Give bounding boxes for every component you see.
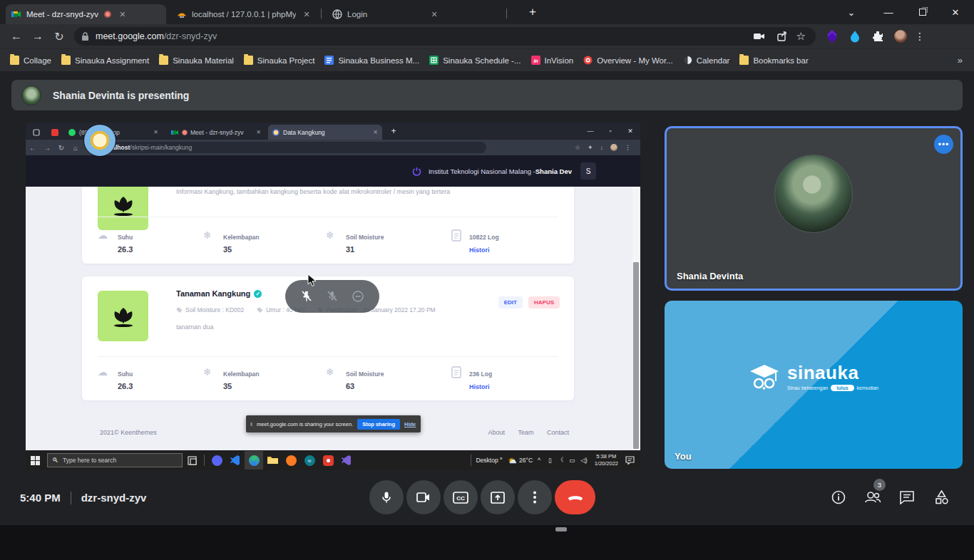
weather-temp[interactable]: 26°C — [519, 457, 533, 464]
dashboard-avatar-badge[interactable]: S — [580, 162, 596, 180]
tile-options-button[interactable]: ••• — [934, 135, 953, 154]
new-tab-button[interactable]: + — [521, 0, 545, 24]
power-icon[interactable] — [412, 167, 421, 176]
taskbar-discord-icon[interactable] — [207, 451, 226, 470]
forward-button[interactable]: → — [27, 30, 48, 43]
menu-kebab-icon[interactable]: ⋮ — [625, 144, 631, 151]
task-view-button[interactable] — [183, 451, 201, 470]
bookmark-bookmarks-bar-folder[interactable]: Bookmarks bar — [739, 56, 808, 65]
participant-tile-shania[interactable]: Shania Devinta ••• — [665, 126, 963, 291]
tab-login[interactable]: Login ✕ — [327, 4, 501, 24]
tab-close-icon[interactable]: ✕ — [429, 9, 440, 20]
start-button[interactable] — [26, 451, 44, 470]
page-scrollbar[interactable] — [632, 187, 640, 450]
remove-participant-icon[interactable] — [352, 290, 364, 303]
bookmark-collage[interactable]: Collage — [10, 56, 51, 65]
profile-avatar[interactable] — [610, 144, 617, 151]
footer-link-about[interactable]: About — [488, 429, 505, 436]
bookmark-sinauka-business[interactable]: Sinauka Business M... — [324, 56, 419, 65]
camera-allowed-icon[interactable] — [753, 30, 766, 43]
bookmark-sinauka-material[interactable]: Sinauka Material — [159, 56, 234, 65]
activities-button[interactable] — [924, 480, 958, 514]
taskbar-visual-studio-icon[interactable] — [337, 451, 356, 470]
shared-new-tab-button[interactable]: + — [386, 123, 401, 140]
share-icon[interactable] — [776, 30, 789, 43]
bookmark-overview[interactable]: Overview - My Wor... — [583, 56, 673, 65]
taskbar-red-app-icon[interactable] — [319, 451, 337, 470]
footer-link-contact[interactable]: Contact — [547, 429, 569, 436]
participants-button[interactable]: 3 — [856, 480, 890, 514]
histori-link[interactable]: Histori — [469, 247, 490, 254]
taskbar-clock[interactable]: 5:38 PM1/20/2022 — [595, 453, 618, 467]
extension-icon[interactable]: ✦ — [588, 144, 593, 151]
device-icon[interactable]: ▯ — [548, 457, 552, 464]
window-chevron-icon[interactable]: ⌄ — [836, 0, 867, 24]
scrollbar-thumb[interactable] — [633, 262, 639, 449]
bookmark-sinauka-schedule[interactable]: Sinauka Schedule -... — [429, 56, 521, 65]
stop-sharing-button[interactable]: Stop sharing — [357, 419, 400, 430]
present-screen-button[interactable] — [481, 480, 515, 514]
notification-center-icon[interactable] — [625, 456, 635, 465]
battery-icon[interactable]: ▭ — [569, 457, 575, 464]
taskbar-explorer-icon[interactable] — [263, 451, 282, 470]
reload-button[interactable]: ↻ — [54, 144, 68, 152]
window-minimize-button[interactable]: — — [873, 0, 904, 24]
taskbar-vscode-icon[interactable] — [226, 451, 245, 470]
shared-pinned-youtube-tab[interactable] — [47, 125, 61, 140]
tab-close-icon[interactable]: ✕ — [153, 129, 158, 135]
tab-close-icon[interactable]: ✕ — [302, 9, 312, 20]
bookmark-sinauka-assignment[interactable]: Sinauka Assignment — [61, 56, 149, 65]
desktop-chevron-icon[interactable]: » — [500, 456, 503, 461]
profile-avatar[interactable] — [894, 30, 907, 43]
shared-restore-button[interactable]: ▫ — [600, 123, 620, 140]
reload-button[interactable]: ↻ — [48, 30, 70, 43]
more-options-button[interactable] — [518, 480, 552, 514]
extension-drop-icon[interactable] — [849, 30, 861, 43]
end-call-button[interactable] — [555, 480, 595, 514]
hide-notice-link[interactable]: Hide — [404, 421, 416, 427]
drag-handle-icon[interactable]: ‖ — [250, 421, 252, 427]
tray-chevron-icon[interactable]: ^ — [538, 457, 540, 464]
shared-tab-data-kangkung[interactable]: Data Kangkung✕ — [268, 125, 382, 140]
bookmark-invision[interactable]: inInVision — [531, 56, 574, 65]
bookmarks-overflow-chevron[interactable]: » — [958, 55, 963, 66]
address-bar[interactable]: meet.google.com/dzr-snyd-zyv ☆ — [74, 27, 816, 46]
bookmark-star-icon[interactable]: ☆ — [796, 30, 806, 43]
chat-button[interactable] — [890, 480, 924, 514]
taskbar-arduino-icon[interactable]: ∞ — [300, 451, 319, 470]
shared-minimize-button[interactable]: — — [580, 123, 600, 140]
window-restore-button[interactable] — [907, 0, 938, 24]
screen-share-presentation[interactable]: (89) WhatsApp✕ Meet - dzr-snyd-zyv✕ Data… — [26, 123, 640, 470]
camera-button[interactable] — [406, 480, 441, 514]
bookmark-star-icon[interactable]: ☆ — [575, 144, 580, 151]
shared-tab-meet[interactable]: Meet - dzr-snyd-zyv✕ — [167, 125, 265, 140]
back-button[interactable]: ← — [6, 30, 27, 43]
extensions-puzzle-icon[interactable] — [871, 30, 884, 43]
bookmark-calendar[interactable]: Calendar — [683, 56, 730, 65]
taskbar-xampp-icon[interactable] — [282, 451, 300, 470]
captions-button[interactable]: CC — [444, 480, 478, 514]
taskbar-search-box[interactable]: 🔍︎ Type here to search — [47, 453, 183, 467]
unpin-icon[interactable] — [300, 290, 313, 303]
tab-phpmyadmin[interactable]: localhost / 127.0.0.1 | phpMyAdm ✕ — [171, 4, 317, 24]
meeting-details-button[interactable] — [821, 480, 856, 514]
histori-link[interactable]: Histori — [469, 383, 490, 390]
window-close-button[interactable]: ✕ — [940, 0, 971, 24]
back-button[interactable]: ← — [26, 144, 40, 152]
hapus-button[interactable]: HAPUS — [528, 296, 560, 308]
shared-address-bar[interactable]: i localhost/skripsi-main/kangkung — [87, 142, 486, 153]
shared-close-button[interactable]: ✕ — [620, 123, 640, 140]
footer-link-team[interactable]: Team — [518, 429, 533, 436]
tab-close-icon[interactable]: ✕ — [256, 129, 261, 135]
show-desktop-label[interactable]: Desktop — [476, 457, 498, 464]
forward-button[interactable]: → — [40, 144, 54, 152]
bookmark-sinauka-project[interactable]: Sinauka Project — [244, 56, 315, 65]
tab-close-icon[interactable]: ✕ — [117, 9, 128, 20]
download-icon[interactable]: ↓ — [600, 144, 604, 151]
extension-layers-icon[interactable] — [826, 30, 839, 43]
plant-title[interactable]: Tanaman Kangkung✓ — [176, 289, 262, 298]
browser-menu-kebab-icon[interactable]: ⋮ — [915, 31, 925, 42]
network-icon[interactable]: 《 — [558, 456, 564, 465]
tab-close-icon[interactable]: ✕ — [373, 129, 378, 135]
taskbar-edge-icon-active[interactable] — [245, 451, 263, 470]
